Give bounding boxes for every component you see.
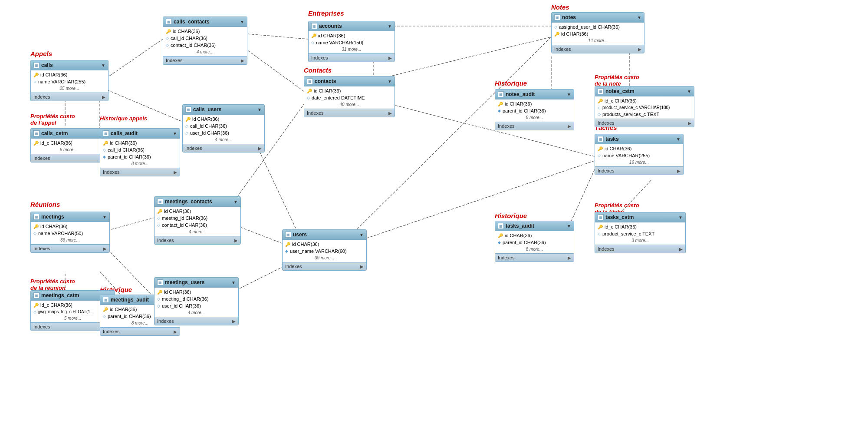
table-row: 🔑 id CHAR(36) [163,28,247,35]
table-footer[interactable]: Indexes ▶ [595,166,683,175]
table-calls-header[interactable]: ▦ calls ▼ [31,60,108,70]
fk-icon: ◆ [498,109,501,113]
table-row: ◇ contact_id CHAR(36) [155,222,240,229]
more-text: 14 more... [552,37,644,44]
table-calls-footer[interactable]: Indexes ▶ [31,93,108,101]
table-header[interactable]: ▦ calls_users ▼ [183,105,264,115]
col-text: id_c CHAR(36) [40,302,72,308]
footer-arrow: ▶ [638,47,641,52]
table-row: 🔑 id CHAR(36) [100,139,180,146]
table-body: 🔑 id CHAR(36) ◇ call_id CHAR(36) ◆ paren… [100,139,180,168]
table-arrow[interactable]: ▼ [240,20,244,24]
table-footer[interactable]: Indexes ▶ [31,154,106,162]
diamond-icon: ◇ [311,40,314,45]
table-header[interactable]: ▦ users ▼ [283,230,366,240]
group-label-entreprises: Entreprises [308,10,344,17]
table-tasks: ▦ tasks ▼ 🔑 id CHAR(36) ◇ name VARCHAR(2… [595,134,684,175]
col-text: id CHAR(36) [173,29,200,34]
more-text: 8 more... [495,246,574,252]
table-row: ◇ call_id CHAR(36) [100,146,180,153]
more-text: 25 more... [31,85,108,92]
group-label-prop-note: Propriétés custode la note [595,74,639,87]
col-text: user_id CHAR(36) [190,130,229,136]
table-row: 🔑 id CHAR(36) [495,232,574,239]
group-label-prop-reunion: Propriétés custode la réunion [30,278,75,291]
table-arrow[interactable]: ▼ [637,15,641,20]
table-calls-cstm-header[interactable]: ▦ calls_cstm ▼ [31,129,106,139]
table-icon: ▦ [307,78,313,84]
table-arrow[interactable]: ▼ [567,224,571,229]
table-row: ◇ name VARCHAR(255) [31,78,108,85]
table-arrow[interactable]: ▼ [359,232,364,237]
table-arrow[interactable]: ▼ [678,215,683,220]
table-row: 🔑 id CHAR(36) [183,116,264,123]
table-calls: ▦ calls ▼ 🔑 id CHAR(36) ◇ name VARCHAR(2… [30,60,108,101]
table-arrow[interactable]: ▼ [567,92,571,97]
table-footer[interactable]: Indexes ▶ [100,327,180,335]
table-header[interactable]: ▦ notes_cstm ▼ [595,86,694,96]
table-footer[interactable]: Indexes ▶ [183,144,264,152]
table-row: ◇ assigned_user_id CHAR(36) [552,23,644,30]
table-footer[interactable]: Indexes ▶ [31,244,109,252]
more-text: 4 more... [163,49,247,55]
table-calls-users: ▦ calls_users ▼ 🔑 id CHAR(36) ◇ call_id … [182,104,265,152]
table-footer[interactable]: Indexes ▶ [552,45,644,53]
footer-arrow: ▶ [388,111,392,116]
table-header[interactable]: ▦ tasks ▼ [595,134,683,144]
table-arrow[interactable]: ▼ [231,280,236,285]
table-arrow[interactable]: ▼ [257,107,262,112]
col-text: id CHAR(36) [40,224,67,229]
table-icon: ▦ [103,130,109,136]
table-footer[interactable]: Indexes ▶ [163,56,247,64]
table-footer[interactable]: Indexes ▶ [155,317,238,325]
table-footer[interactable]: Indexes ▶ [495,122,574,130]
more-text: 39 more... [283,255,366,261]
table-header[interactable]: ▦ meetings ▼ [31,212,109,222]
table-header[interactable]: ▦ accounts ▼ [309,21,395,31]
table-arrow[interactable]: ▼ [676,137,681,142]
table-header[interactable]: ▦ meetings_contacts ▼ [155,197,240,207]
table-calls-icon: ▦ [33,62,39,68]
table-footer[interactable]: Indexes ▶ [595,119,694,127]
table-arrow[interactable]: ▼ [233,199,238,204]
table-header[interactable]: ▦ contacts ▼ [304,76,395,86]
col-text: jjwg_maps_lng_c FLOAT(1... [38,309,94,314]
table-calls-arrow[interactable]: ▼ [101,63,105,68]
table-arrow[interactable]: ▼ [388,79,392,84]
footer-arrow: ▶ [234,238,238,243]
table-icon: ▦ [598,136,604,142]
table-header[interactable]: ▦ calls_audit ▼ [100,129,180,139]
fk-icon: ◆ [285,249,288,253]
table-arrow[interactable]: ▼ [102,215,107,219]
table-footer[interactable]: Indexes ▶ [283,262,366,270]
diamond-icon: ◇ [33,310,36,314]
table-header[interactable]: ▦ tasks_audit ▼ [495,221,574,231]
table-arrow[interactable]: ▼ [687,89,691,94]
table-footer[interactable]: Indexes ▶ [304,109,395,117]
table-header[interactable]: ▦ meetings_users ▼ [155,278,238,288]
table-arrow[interactable]: ▼ [173,131,177,136]
table-row: 🔑 id CHAR(36) [595,145,683,152]
table-header[interactable]: ▦ notes ▼ [552,13,644,23]
table-body: 🔑 id CHAR(36) ◆ parent_id CHAR(36) 8 mor… [495,231,574,253]
table-name: calls_cstm [41,130,68,136]
col-text: id CHAR(36) [192,116,219,122]
table-header[interactable]: ▦ tasks_cstm ▼ [595,212,685,222]
table-header[interactable]: ▦ notes_audit ▼ [495,90,574,99]
table-header[interactable]: ▦ calls_contacts ▼ [163,17,247,27]
table-users: ▦ users ▼ 🔑 id CHAR(36) ◆ user_name VARC… [282,229,367,271]
col-text: assigned_user_id CHAR(36) [559,24,620,30]
table-body: 🔑 id CHAR(36) ◇ meeting_id CHAR(36) ◇ us… [155,288,238,317]
indexes-label: Indexes [311,55,328,60]
table-footer[interactable]: Indexes ▶ [155,236,240,244]
table-row: 🔑 id CHAR(36) [155,288,238,295]
table-arrow[interactable]: ▼ [388,24,392,29]
diamond-icon: ◇ [103,314,106,318]
table-footer[interactable]: Indexes ▶ [100,168,180,176]
table-row: 🔑 id CHAR(36) [304,87,395,94]
table-body: 🔑 id_c CHAR(36) 6 more... [31,139,106,154]
table-footer[interactable]: Indexes ▶ [309,53,395,62]
table-footer[interactable]: Indexes ▶ [495,253,574,262]
group-label-historique-notes: Historique [495,80,527,87]
table-footer[interactable]: Indexes ▶ [595,245,685,253]
